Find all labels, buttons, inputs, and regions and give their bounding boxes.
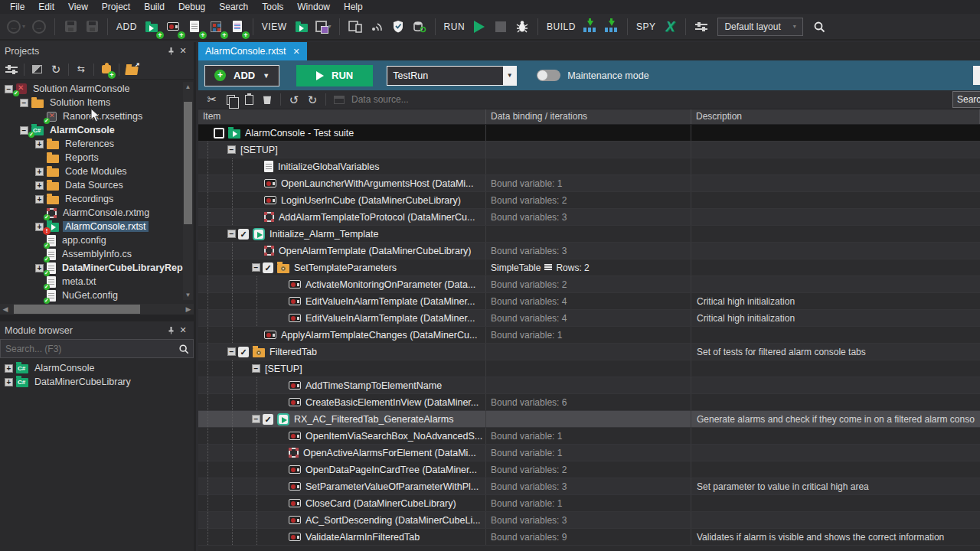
suite-row-createbasicelementinview-dataminer[interactable]: CreateBasicElementInView (DataMiner...Bo… [198,394,980,411]
add-code-module-button[interactable]: + [185,17,204,37]
collapse-icon[interactable]: − [227,145,236,154]
menu-item-edit[interactable]: Edit [31,1,61,13]
pin-button[interactable] [165,45,177,57]
suite-row-loginuserincube-dataminercubelibrary[interactable]: LoginUserInCube (DataMinerCubeLibrary)Bo… [198,192,980,209]
sync-with-document-button[interactable]: ⇆ [73,62,90,77]
expand-icon[interactable]: + [5,378,13,386]
module-browser-item-dataminercubelibrary[interactable]: +DataMinerCubeLibrary [0,375,194,389]
suite-row-activatemonitoringonparameter-data[interactable]: ActivateMonitoringOnParameter (Data...Bo… [198,276,980,293]
collapse-icon[interactable]: − [252,364,260,373]
project-tree-item-alarmconsole[interactable]: −✓AlarmConsole [0,123,194,137]
close-button[interactable]: ✕ [177,324,189,337]
device-button[interactable] [345,17,365,37]
expand-icon[interactable]: + [35,195,44,204]
project-tree-item-code-modules[interactable]: +Code Modules [0,165,194,178]
collapse-icon[interactable]: − [20,126,28,135]
collapse-icon[interactable]: − [5,85,13,93]
row-checkbox[interactable]: ✓ [238,229,249,240]
suite-row-setup[interactable]: −[SETUP] [198,360,980,377]
menu-item-window[interactable]: Window [290,1,337,13]
testrun-select[interactable]: TestRun ▼ [387,66,517,86]
maintenance-toggle[interactable] [537,70,560,81]
expand-icon[interactable]: + [5,364,13,373]
build-button[interactable] [580,17,600,37]
add-repository-button[interactable]: + [206,17,226,37]
run-button[interactable]: RUN [296,65,373,86]
suite-row-initializeglobalvariables[interactable]: InitializeGlobalVariables [198,158,980,175]
stop-button[interactable] [491,17,511,37]
menu-item-project[interactable]: Project [95,1,137,13]
add-test-suite-button[interactable]: + [142,17,162,37]
refresh-button[interactable]: ↻ [47,62,64,77]
module-search-button[interactable] [175,343,193,355]
rebuild-button[interactable] [602,17,622,37]
project-tree-item-nuget-config[interactable]: ✓NuGet.config [0,289,194,302]
add-module-button[interactable]: + [98,62,115,77]
row-checkbox[interactable]: ✓ [238,347,249,357]
shield-button[interactable] [388,17,408,37]
suite-row-editvalueinalarmtemplate-dataminer[interactable]: EditValueInAlarmTemplate (DataMiner...Bo… [198,310,980,327]
expand-icon[interactable]: + [35,140,44,148]
menu-item-debug[interactable]: Debug [172,1,212,13]
project-tree-item-solution-alarmconsole[interactable]: −✓Solution AlarmConsole [0,82,194,96]
run-button-toolbar[interactable] [469,17,489,37]
project-tree-item-reports[interactable]: Reports [0,151,194,165]
tab-close-icon[interactable]: ✕ [293,47,300,57]
suite-row-validatealarminfilteredtab[interactable]: ValidateAlarmInFilteredTabBound variable… [198,529,980,546]
column-header-binding[interactable]: Data binding / iterations [486,109,691,124]
expand-icon[interactable]: + [35,181,44,190]
suite-row-editvalueinalarmtemplate-dataminer[interactable]: EditValueInAlarmTemplate (DataMiner...Bo… [198,293,980,310]
project-tree-item-alarmconsole-rxtst[interactable]: +!AlarmConsole.rxtst [0,220,194,233]
view-folder-button[interactable] [292,17,312,37]
menu-item-build[interactable]: Build [137,1,172,13]
project-tree-item-alarmconsole-rxtmg[interactable]: ✓AlarmConsole.rxtmg [0,206,194,220]
collapse-icon[interactable]: − [252,263,260,272]
delete-button[interactable] [258,92,276,108]
menu-item-help[interactable]: Help [337,1,370,13]
menu-item-file[interactable]: File [3,1,31,13]
project-tree-item-data-sources[interactable]: +Data Sources [0,178,194,192]
suite-row-addtimestamptoelementname[interactable]: AddTimeStampToElementName [198,377,980,394]
suite-row-setup[interactable]: −[SETUP] [198,142,980,158]
suite-row-openitemviasearchbox-noadvanceds[interactable]: OpenItemViaSearchBox_NoAdvancedS...Bound… [198,428,980,445]
project-tree-item-assemblyinfo-cs[interactable]: ✓AssemblyInfo.cs [0,247,194,261]
layout-select[interactable]: Default layout ▾ [717,18,802,36]
expand-icon[interactable]: + [35,264,44,272]
suite-row-openactivealarmsforelement-datami[interactable]: OpenActiveAlarmsForElement (DataMi...Bou… [198,445,980,461]
forward-button[interactable]: → [29,17,49,37]
collapse-icon[interactable]: − [227,230,236,238]
copy-button[interactable] [221,92,240,108]
toolbar-search-button[interactable] [809,17,829,37]
add-button[interactable]: + ADD ▼ [204,65,279,86]
menu-item-tools[interactable]: Tools [255,1,290,13]
data-source-button[interactable] [330,92,348,108]
remote-button[interactable] [367,17,387,37]
layout-options-button[interactable] [691,17,711,37]
suite-row-openlauncherwithargumentshost-datami[interactable]: OpenLauncherWithArgumentsHost (DataMi...… [198,175,980,192]
project-tree-item-dataminercubelibraryrepo[interactable]: +✓DataMinerCubeLibraryRepo [0,261,194,275]
suite-row-ac-sortdescending-dataminercubeli[interactable]: AC_SortDescending (DataMinerCubeLi...Bou… [198,512,980,529]
pin-button[interactable] [165,324,177,337]
save-button[interactable] [60,17,80,37]
column-header-item[interactable]: Item [198,109,486,124]
db-link-button[interactable] [410,17,430,37]
expand-icon[interactable]: + [35,168,44,176]
row-checkbox[interactable]: ✓ [263,414,273,425]
suite-row-filteredtab[interactable]: −✓FilteredTabSet of tests for filtered a… [198,344,980,360]
collapse-icon[interactable]: − [20,99,28,107]
cut-button[interactable]: ✂ [203,92,221,108]
module-browser-item-alarmconsole[interactable]: +AlarmConsole [0,361,194,375]
collapse-icon[interactable]: − [227,347,236,356]
collapse-icon[interactable]: − [252,415,260,423]
row-checkbox[interactable]: ✓ [263,262,273,273]
project-tree-item-recordings[interactable]: +Recordings [0,192,194,206]
suite-row-applyalarmtemplatechanges-dataminercu[interactable]: ApplyAlarmTemplateChanges (DataMinerCu..… [198,327,980,344]
suite-row-alarmconsole-test-suite[interactable]: AlarmConsole - Test suite [198,125,980,142]
project-tree-item-references[interactable]: +References [0,137,194,151]
suite-row-closecard-dataminercubelibrary[interactable]: CloseCard (DataMinerCubeLibrary)Bound va… [198,495,980,512]
show-all-files-button[interactable] [28,62,45,77]
add-recording-button[interactable]: + [163,17,183,37]
suite-row-setparametervalueofparameterwithpl[interactable]: SetParameterValueOfParameterWithPl...Bou… [198,478,980,495]
projects-vscrollbar[interactable]: ▲ ▼ [183,82,193,300]
menu-item-view[interactable]: View [61,1,95,13]
